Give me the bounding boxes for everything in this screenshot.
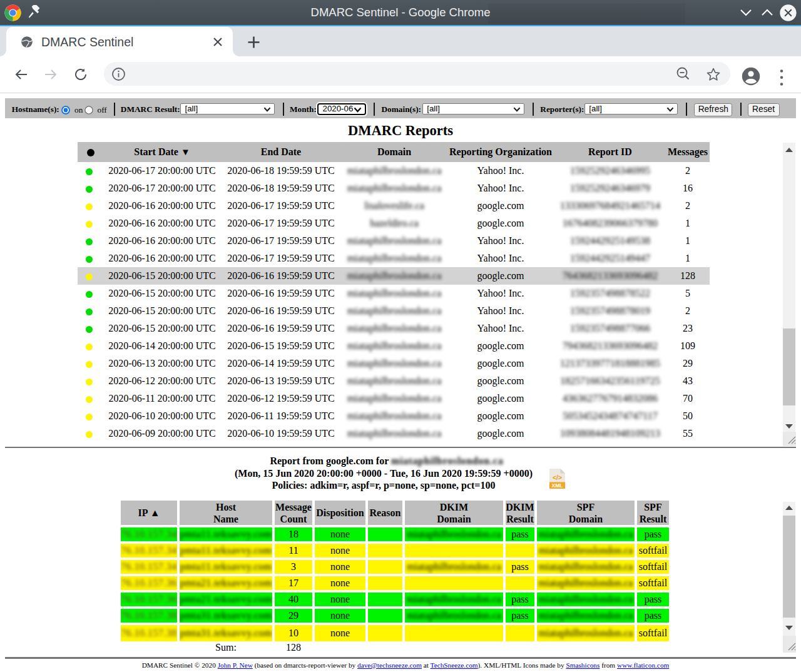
svg-text:</>: </> bbox=[553, 474, 562, 481]
svg-text:XML: XML bbox=[552, 482, 563, 489]
